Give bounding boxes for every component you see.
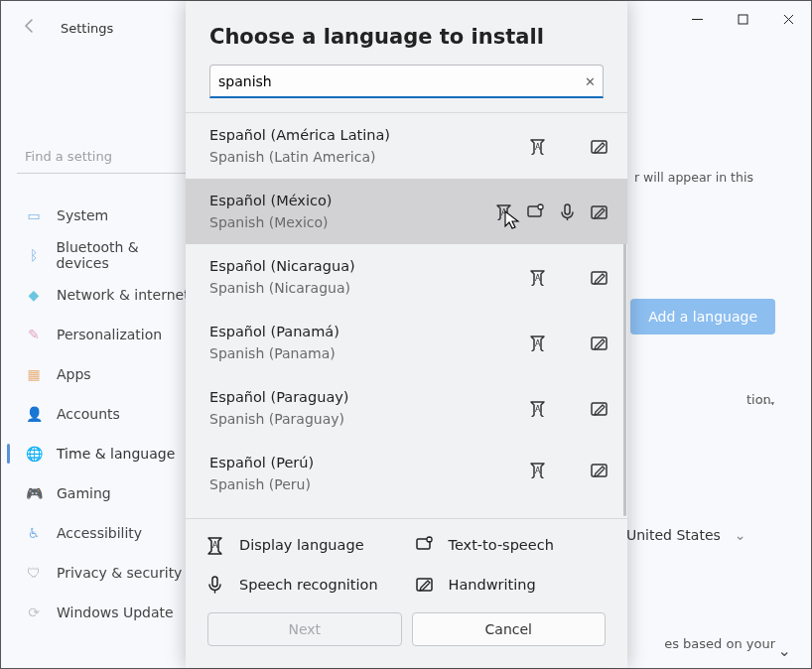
region-value: United States [626, 527, 721, 543]
lang-option-es-latam[interactable]: Español (América Latina) Spanish (Latin … [186, 113, 627, 179]
feature-icons [528, 334, 608, 351]
clear-search-icon[interactable]: ✕ [585, 74, 596, 89]
legend-speech: Speech recognition [205, 575, 399, 595]
settings-header: Settings [21, 17, 113, 39]
settings-nav: ▭System ᛒBluetooth & devices ◆Network & … [17, 196, 192, 632]
feature-icons [528, 461, 608, 478]
apps-icon: ▦ [25, 365, 43, 383]
speech-recognition-icon [558, 202, 576, 220]
close-button[interactable] [765, 3, 811, 35]
update-icon: ⟳ [25, 603, 43, 621]
lang-option-es-pe[interactable]: Español (Perú) Spanish (Peru) [186, 441, 627, 498]
nav-windows-update[interactable]: ⟳Windows Update [17, 593, 192, 632]
svg-rect-6 [739, 15, 747, 24]
back-icon[interactable] [21, 17, 39, 39]
accessibility-icon: ♿ [25, 524, 43, 542]
display-language-icon [528, 137, 546, 155]
right-bottom-snippet: es based on your [664, 636, 775, 651]
feature-icons [528, 137, 608, 155]
next-button[interactable]: Next [207, 612, 402, 646]
handwriting-icon [590, 461, 608, 478]
display-language-icon [528, 268, 546, 286]
feature-icons [494, 202, 608, 220]
shield-icon: 🛡 [25, 564, 43, 582]
window-controls [674, 1, 811, 37]
dialog-buttons: Next Cancel [186, 604, 627, 668]
display-language-icon [528, 399, 546, 417]
feature-icons [528, 268, 608, 286]
display-language-icon [528, 461, 546, 478]
nav-accounts[interactable]: 👤Accounts [17, 394, 192, 434]
nav-time-language[interactable]: 🌐Time & language [17, 434, 192, 473]
person-icon: 👤 [25, 405, 43, 423]
lang-option-es-mx[interactable]: Español (México) Spanish (Mexico) [186, 179, 627, 244]
display-language-icon [494, 202, 512, 220]
minimize-button[interactable] [674, 3, 720, 35]
nav-system[interactable]: ▭System [17, 196, 192, 235]
legend-handwriting: Handwriting [415, 575, 609, 595]
lang-option-es-ni[interactable]: Español (Nicaragua) Spanish (Nicaragua) [186, 244, 627, 310]
choose-language-dialog: Choose a language to install ✕ Español (… [186, 1, 627, 668]
nav-personalization[interactable]: ✎Personalization [17, 315, 192, 354]
laptop-icon: ▭ [25, 206, 43, 224]
add-language-button[interactable]: Add a language [630, 299, 775, 334]
nav-apps[interactable]: ▦Apps [17, 354, 192, 394]
right-panel-text: r will appear in this [634, 170, 783, 185]
nav-gaming[interactable]: 🎮Gaming [17, 473, 192, 513]
handwriting-icon [590, 334, 608, 351]
wifi-icon: ◆ [25, 286, 43, 304]
feature-legend: Display language Text-to-speech Speech r… [186, 518, 627, 604]
find-placeholder: Find a setting [25, 149, 112, 164]
feature-icons [528, 399, 608, 417]
lang-option-es-py[interactable]: Español (Paraguay) Spanish (Paraguay) [186, 375, 627, 441]
gamepad-icon: 🎮 [25, 484, 43, 502]
legend-display: Display language [205, 535, 399, 555]
region-dropdown[interactable]: United States ⌄ [626, 527, 775, 543]
find-setting-input[interactable]: Find a setting [17, 140, 192, 174]
cancel-button[interactable]: Cancel [412, 612, 607, 646]
handwriting-icon [590, 399, 608, 417]
more-icon[interactable]: ··· [757, 394, 775, 413]
brush-icon: ✎ [25, 326, 43, 343]
expand-chevron-icon[interactable]: ⌄ [778, 641, 791, 660]
handwriting-icon [590, 268, 608, 286]
chevron-down-icon: ⌄ [735, 527, 746, 543]
maximize-button[interactable] [720, 3, 765, 35]
legend-tts: Text-to-speech [415, 535, 609, 555]
lang-option-es-pa[interactable]: Español (Panamá) Spanish (Panama) [186, 310, 627, 375]
nav-accessibility[interactable]: ♿Accessibility [17, 513, 192, 553]
text-to-speech-icon [526, 202, 544, 220]
language-search-input[interactable] [209, 65, 604, 98]
language-results-list: Español (América Latina) Spanish (Latin … [186, 112, 627, 518]
display-language-icon [528, 334, 546, 351]
handwriting-icon [590, 137, 608, 155]
handwriting-icon [590, 202, 608, 220]
dialog-title: Choose a language to install [186, 1, 627, 65]
nav-network[interactable]: ◆Network & internet [17, 275, 192, 315]
settings-window: Settings Find a setting ▭System ᛒBluetoo… [0, 0, 812, 669]
nav-bluetooth[interactable]: ᛒBluetooth & devices [17, 235, 192, 275]
settings-title: Settings [61, 21, 113, 36]
globe-clock-icon: 🌐 [25, 445, 43, 463]
nav-privacy[interactable]: 🛡Privacy & security [17, 553, 192, 593]
bluetooth-icon: ᛒ [25, 246, 42, 264]
